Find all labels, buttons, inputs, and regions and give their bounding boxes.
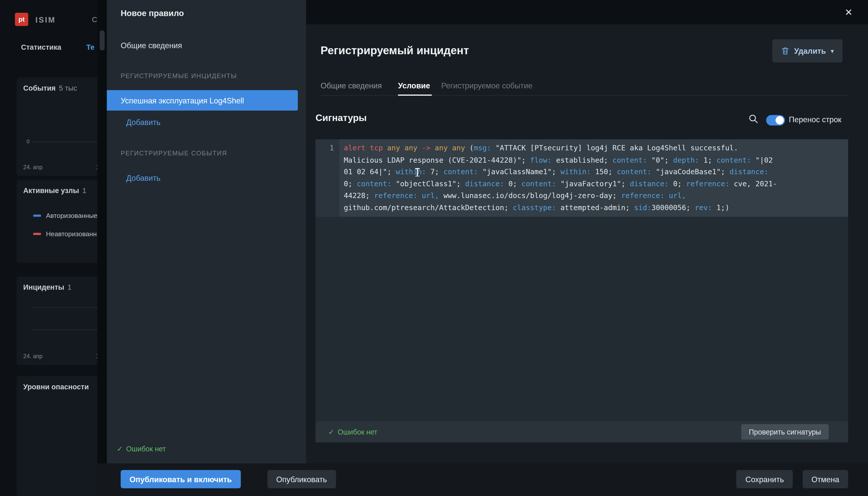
check-signatures-button[interactable]: Проверить сигнатуры [741, 424, 829, 440]
word-wrap-label: Перенос строк [789, 115, 841, 124]
nav-validation-status: ✓ Ошибок нет [117, 445, 166, 453]
legend-unauthorized-swatch [33, 233, 41, 235]
code-line[interactable]: github.com/ptresearch/AttackDetection; c… [344, 202, 846, 213]
tab-general-info[interactable]: Общие сведения [320, 81, 382, 90]
code-lines[interactable]: alert tcp any any -> any any (msg: "ATTA… [339, 139, 848, 217]
app-root: pt ISIM С Статистика Те События5 тыс 0 2… [0, 0, 868, 496]
page-scrollbar-thumb[interactable] [100, 30, 105, 50]
tab-condition[interactable]: Условие [398, 81, 430, 90]
editor-validation-status: ✓ Ошибок нет [328, 421, 377, 443]
incidents-card: Инциденты1 24. апр12: [17, 276, 97, 365]
word-wrap-toggle[interactable] [766, 115, 785, 125]
nav-item-incident-log4shell[interactable]: Успешная эксплуатация Log4Shell [107, 90, 298, 111]
brand-isim: ISIM [35, 16, 56, 24]
check-icon: ✓ [328, 428, 334, 436]
modal-main-body: Регистрируемый инцидент Удалить ▾ Общие … [306, 24, 868, 463]
modal-top-strip: ✕ [306, 0, 868, 24]
cancel-button[interactable]: Отмена [803, 470, 848, 488]
active-nodes-card: Активные узлы1 Авторизованные Неавторизо… [17, 180, 97, 263]
toggle-knob [776, 116, 784, 124]
incidents-card-title: Инциденты1 [24, 283, 72, 291]
code-block: 1 alert tcp any any -> any any (msg: "AT… [316, 139, 848, 217]
nav-item-truncated[interactable]: С [92, 16, 97, 24]
danger-levels-card-title: Уровни опасности [24, 383, 89, 391]
publish-button[interactable]: Опубликовать [268, 470, 336, 488]
events-gridline [33, 142, 97, 142]
active-nodes-card-title: Активные узлы1 [24, 186, 87, 195]
rule-modal-main: ✕ Регистрируемый инцидент Удалить ▾ Общи… [306, 0, 868, 463]
check-icon: ✓ [117, 445, 123, 453]
page-title: Регистрируемый инцидент [320, 44, 469, 57]
code-line[interactable]: 0; content: "objectClass1"; distance: 0;… [344, 178, 846, 189]
tab-truncated[interactable]: Те [87, 43, 94, 51]
nav-item-general-info[interactable]: Общие сведения [121, 41, 182, 50]
section-registered-incidents: РЕГИСТРИРУЕМЫЕ ИНЦИДЕНТЫ [121, 73, 237, 79]
events-axis-labels: 24. апр12: [24, 164, 97, 170]
add-event-link[interactable]: Добавить [126, 174, 161, 183]
tab-registered-event[interactable]: Регистрируемое событие [441, 81, 532, 90]
publish-and-enable-button[interactable]: Опубликовать и включить [121, 470, 241, 488]
events-axis-zero: 0 [27, 138, 30, 144]
chevron-down-icon: ▾ [831, 48, 834, 54]
legend-authorized-swatch [33, 215, 41, 217]
code-line[interactable]: Malicious LDAP response (CVE-2021-44228)… [344, 154, 846, 166]
text-cursor [417, 168, 418, 176]
danger-levels-card: Уровни опасности [17, 376, 97, 496]
search-icon[interactable] [748, 114, 759, 124]
events-card-title: События5 тыс [24, 84, 77, 92]
save-button[interactable]: Сохранить [736, 470, 793, 488]
incidents-axis-labels: 24. апр12: [24, 353, 97, 359]
dashboard-background: pt ISIM С Статистика Те События5 тыс 0 2… [0, 0, 97, 496]
signature-editor[interactable]: 1 alert tcp any any -> any any (msg: "AT… [316, 139, 848, 442]
incidents-gridline [33, 308, 97, 308]
pt-logo[interactable]: pt [15, 13, 28, 26]
close-icon[interactable]: ✕ [841, 4, 856, 20]
signatures-title: Сигнатуры [316, 113, 367, 124]
page-scrollbar[interactable] [97, 0, 107, 496]
line-number-gutter: 1 [316, 139, 339, 217]
editor-status-bar: ✓ Ошибок нет Проверить сигнатуры [316, 421, 848, 443]
modal-footer: Опубликовать и включить Опубликовать Сох… [97, 463, 868, 496]
events-card: События5 тыс 0 24. апр12: [17, 77, 97, 176]
section-registered-events: РЕГИСТРИРУЕМЫЕ СОБЫТИЯ [121, 150, 227, 156]
legend-unauthorized: Неавторизованн [33, 230, 97, 238]
delete-button[interactable]: Удалить ▾ [772, 39, 843, 62]
active-tab-underline [398, 95, 432, 96]
app-header: pt ISIM С [0, 0, 97, 30]
tab-statistics[interactable]: Статистика [21, 43, 61, 51]
trash-icon [781, 46, 789, 55]
legend-authorized: Авторизованные [33, 212, 97, 220]
modal-title: Новое правило [121, 8, 184, 18]
code-line[interactable]: 44228; reference: url, www.lunasec.io/do… [344, 190, 846, 202]
add-incident-link[interactable]: Добавить [126, 118, 161, 126]
code-line[interactable]: alert tcp any any -> any any (msg: "ATTA… [344, 142, 846, 154]
rule-modal-nav: Новое правило Общие сведения РЕГИСТРИРУЕ… [107, 0, 306, 463]
incidents-gridline [33, 329, 97, 330]
